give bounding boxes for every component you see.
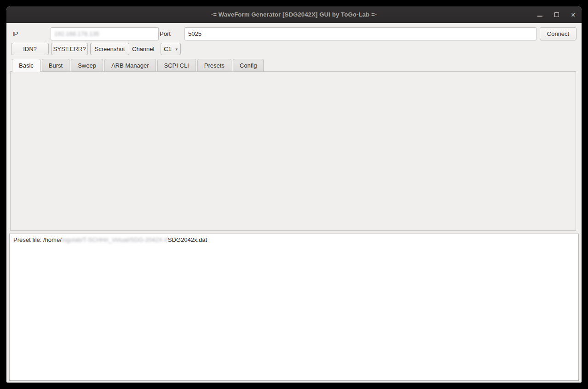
- titlebar[interactable]: -= WaveForm Generator [SDG2042X] GUI by …: [6, 6, 582, 23]
- tab-bar: Basic Burst Sweep ARB Manager SCPI CLI P…: [12, 59, 264, 72]
- app-window: -= WaveForm Generator [SDG2042X] GUI by …: [6, 6, 582, 383]
- log-line-redacted-path: togolab/T-SCHHri_Virtual/SDG-2042X-I/: [62, 236, 168, 243]
- minimize-button[interactable]: [534, 9, 545, 20]
- tab-config[interactable]: Config: [233, 59, 264, 71]
- window-title: -= WaveForm Generator [SDG2042X] GUI by …: [211, 11, 377, 18]
- log-textview[interactable]: Preset file: /home/togolab/T-SCHHri_Virt…: [9, 234, 579, 381]
- minimize-icon: [537, 16, 542, 17]
- log-line-filename: SDG2042x.dat: [168, 236, 207, 243]
- channel-select[interactable]: C1 ▾: [161, 43, 181, 55]
- ip-input[interactable]: 192.168.178.135: [51, 27, 159, 40]
- connect-button[interactable]: Connect: [540, 27, 576, 40]
- screenshot-button[interactable]: Screenshot: [90, 43, 129, 55]
- idn-button[interactable]: IDN?: [11, 43, 49, 55]
- port-input[interactable]: 5025: [184, 27, 536, 40]
- maximize-button[interactable]: [551, 9, 562, 20]
- syst-err-button[interactable]: SYST:ERR?: [51, 43, 88, 55]
- tab-basic[interactable]: Basic: [12, 59, 40, 72]
- chevron-down-icon: ▾: [173, 47, 178, 51]
- channel-label: Channel: [132, 43, 154, 55]
- tab-scpi-cli[interactable]: SCPI CLI: [157, 59, 196, 71]
- ip-label: IP: [12, 28, 18, 40]
- tab-sweep[interactable]: Sweep: [71, 59, 103, 71]
- basic-tab-panel: [10, 71, 576, 231]
- tab-presets[interactable]: Presets: [197, 59, 231, 71]
- log-line-prefix: Preset file: /home/: [13, 236, 62, 243]
- close-icon: ✕: [571, 11, 576, 18]
- maximize-icon: [554, 12, 559, 17]
- close-button[interactable]: ✕: [568, 9, 579, 20]
- port-label: Port: [160, 28, 171, 40]
- ip-value-redacted: 192.168.178.135: [54, 30, 99, 37]
- channel-value: C1: [164, 46, 172, 52]
- tab-arb-manager[interactable]: ARB Manager: [104, 59, 156, 71]
- tab-burst[interactable]: Burst: [42, 59, 69, 71]
